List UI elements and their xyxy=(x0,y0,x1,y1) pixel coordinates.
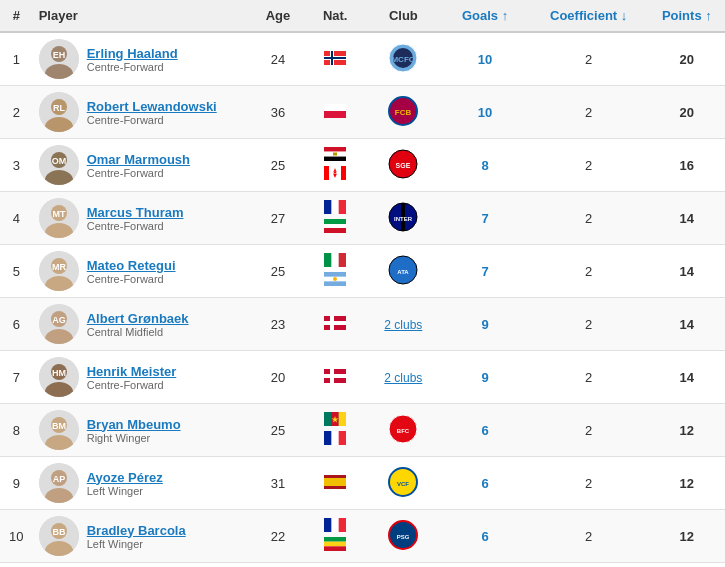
table-row: 6 AG Albert Grønbaek Central Midfield 23… xyxy=(0,298,725,351)
svg-rect-106 xyxy=(324,546,346,551)
points-sort-link[interactable]: Points ↑ xyxy=(662,8,712,23)
points-cell: 12 xyxy=(649,510,725,563)
player-cell: MR Mateo Retegui Centre-Forward xyxy=(33,245,251,298)
club-cell: VCF xyxy=(365,457,441,510)
club-cell: SGE xyxy=(365,139,441,192)
svg-rect-66 xyxy=(324,321,346,325)
player-name-link[interactable]: Ayoze Pérez xyxy=(87,470,163,485)
player-cell: MT Marcus Thuram Centre-Forward xyxy=(33,192,251,245)
player-name-link[interactable]: Omar Marmoush xyxy=(87,152,190,167)
svg-rect-44 xyxy=(324,228,346,233)
svg-rect-41 xyxy=(324,200,331,214)
goals-value: 6 xyxy=(481,476,488,491)
goals-cell: 9 xyxy=(442,351,529,404)
col-nat: Nat. xyxy=(305,0,365,32)
svg-text:BFC: BFC xyxy=(397,428,410,434)
player-name-link[interactable]: Erling Haaland xyxy=(87,46,178,61)
age-cell: 22 xyxy=(251,510,306,563)
age-cell: 31 xyxy=(251,457,306,510)
col-points[interactable]: Points ↑ xyxy=(649,0,725,32)
svg-text:BM: BM xyxy=(52,421,66,431)
flag-france xyxy=(323,431,347,448)
player-cell: RL Robert Lewandowski Centre-Forward xyxy=(33,86,251,139)
age-cell: 36 xyxy=(251,86,306,139)
table-row: 9 AP Ayoze Pérez Left Winger 31 VCF 6212 xyxy=(0,457,725,510)
flag-norway xyxy=(323,51,347,68)
coefficient-cell: 2 xyxy=(529,32,649,86)
player-name-link[interactable]: Albert Grønbaek xyxy=(87,311,189,326)
two-clubs-link[interactable]: 2 clubs xyxy=(384,371,422,385)
age-cell: 23 xyxy=(251,298,306,351)
player-name-link[interactable]: Bryan Mbeumo xyxy=(87,417,181,432)
svg-text:RL: RL xyxy=(53,103,65,113)
points-value: 12 xyxy=(680,423,694,438)
nationality-cell xyxy=(305,245,365,298)
coefficient-cell: 2 xyxy=(529,404,649,457)
svg-rect-26 xyxy=(324,156,346,161)
flag-france xyxy=(323,518,347,535)
svg-text:EH: EH xyxy=(52,50,65,60)
goals-value: 6 xyxy=(481,423,488,438)
goals-cell: 10 xyxy=(442,86,529,139)
coefficient-cell: 2 xyxy=(529,563,649,568)
goals-cell: 7 xyxy=(442,245,529,298)
table-row: 2 RL Robert Lewandowski Centre-Forward 3… xyxy=(0,86,725,139)
coefficient-cell: 2 xyxy=(529,510,649,563)
goals-value: 10 xyxy=(478,52,492,67)
player-name-link[interactable]: Bradley Barcola xyxy=(87,523,186,538)
coefficient-sort-link[interactable]: Coefficient ↓ xyxy=(550,8,627,23)
player-avatar: OM xyxy=(39,145,79,185)
player-name-link[interactable]: Henrik Meister xyxy=(87,364,177,379)
goals-sort-link[interactable]: Goals ↑ xyxy=(462,8,508,23)
nationality-cell xyxy=(305,404,365,457)
two-clubs-link[interactable]: 2 clubs xyxy=(384,318,422,332)
col-coefficient[interactable]: Coefficient ↓ xyxy=(529,0,649,32)
goals-cell: 9 xyxy=(442,298,529,351)
goals-cell: 6 xyxy=(442,404,529,457)
flag-denmark xyxy=(323,316,347,333)
goals-value: 7 xyxy=(481,211,488,226)
goals-cell: 8 xyxy=(442,139,529,192)
club-badge-atalanta: ATA xyxy=(388,255,418,285)
player-cell: EH Erling Haaland Centre-Forward xyxy=(33,32,251,86)
age-cell: 25 xyxy=(251,139,306,192)
svg-rect-31 xyxy=(341,166,346,180)
player-avatar: EH xyxy=(39,39,79,79)
coefficient-cell: 2 xyxy=(529,457,649,510)
club-cell: CFC xyxy=(365,563,441,568)
flag-poland xyxy=(323,104,347,121)
points-value: 14 xyxy=(680,317,694,332)
goals-value: 9 xyxy=(481,370,488,385)
goals-value: 10 xyxy=(478,105,492,120)
points-value: 16 xyxy=(680,158,694,173)
col-club: Club xyxy=(365,0,441,32)
nationality-cell xyxy=(305,86,365,139)
player-avatar: MR xyxy=(39,251,79,291)
goals-value: 6 xyxy=(481,529,488,544)
col-goals[interactable]: Goals ↑ xyxy=(442,0,529,32)
club-badge-psg: PSG xyxy=(388,520,418,550)
player-position: Right Winger xyxy=(87,432,181,444)
player-name-link[interactable]: Robert Lewandowski xyxy=(87,99,217,114)
svg-rect-42 xyxy=(324,219,346,224)
svg-text:MCFC: MCFC xyxy=(392,55,415,64)
svg-text:SGE: SGE xyxy=(396,162,411,169)
player-name-link[interactable]: Mateo Retegui xyxy=(87,258,176,273)
svg-text:ATA: ATA xyxy=(398,269,410,275)
points-cell: 12 xyxy=(649,404,725,457)
rank-cell: 10 xyxy=(0,510,33,563)
svg-text:PSG: PSG xyxy=(397,534,410,540)
svg-point-57 xyxy=(333,277,337,281)
svg-rect-94 xyxy=(324,478,346,486)
player-avatar: HM xyxy=(39,357,79,397)
goals-value: 9 xyxy=(481,317,488,332)
player-cell: CP Cole Palmer Attacking Midfield xyxy=(33,563,251,568)
nationality-cell xyxy=(305,32,365,86)
points-value: 14 xyxy=(680,264,694,279)
player-position: Centre-Forward xyxy=(87,61,178,73)
club-cell: 2 clubs xyxy=(365,298,441,351)
rank-cell: 4 xyxy=(0,192,33,245)
player-name-link[interactable]: Marcus Thuram xyxy=(87,205,184,220)
goals-cell: 7 xyxy=(442,192,529,245)
nationality-cell xyxy=(305,457,365,510)
